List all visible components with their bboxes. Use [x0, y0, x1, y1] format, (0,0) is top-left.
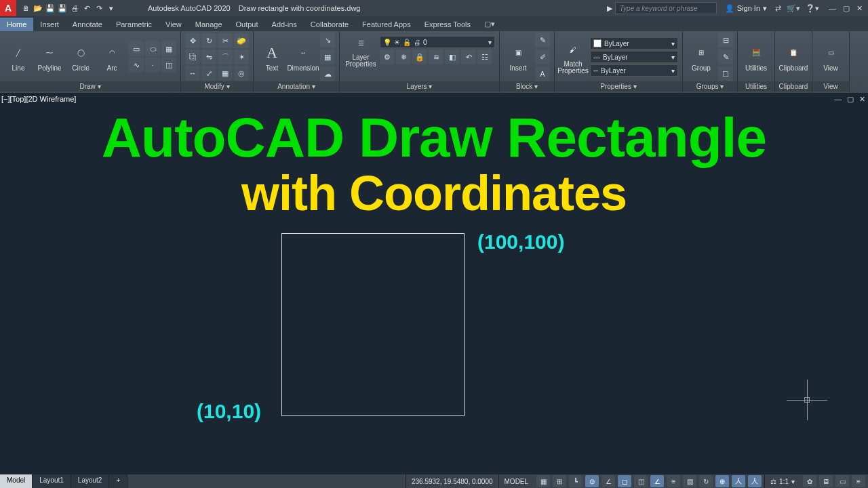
layer-prev-icon[interactable]: ↶	[461, 49, 476, 64]
maximize-icon[interactable]: ▢	[843, 4, 850, 13]
layer-properties-button[interactable]: ☰Layer Properties	[344, 33, 378, 68]
arc-button[interactable]: ◠Arc	[98, 43, 126, 72]
array-icon[interactable]: ▦	[218, 66, 233, 81]
save-icon[interactable]: 💾	[45, 3, 56, 14]
layer-freeze-icon[interactable]: ❄	[396, 49, 411, 64]
viewpanel-button[interactable]: ▭View	[816, 43, 845, 72]
model-space-label[interactable]: MODEL	[498, 474, 534, 488]
panel-utilities-title[interactable]: Utilities	[738, 81, 774, 92]
circle-button[interactable]: ◯Circle	[66, 43, 95, 72]
groupedit-icon[interactable]: ✎	[718, 49, 733, 64]
isoplane-icon[interactable]: ∠	[601, 475, 615, 487]
tab-insert[interactable]: Insert	[33, 18, 66, 31]
sign-in-button[interactable]: 👤 Sign In ▾	[725, 4, 767, 13]
copy-icon[interactable]: ⿻	[185, 49, 200, 64]
tab-add[interactable]: +	[109, 474, 127, 488]
cleanscreen-icon[interactable]: ▭	[835, 475, 849, 487]
otrack-icon[interactable]: ∠	[650, 475, 664, 487]
panel-groups-title[interactable]: Groups ▾	[683, 81, 737, 92]
layer-iso-icon[interactable]: ◧	[445, 49, 460, 64]
vp-maximize-icon[interactable]: ▢	[847, 95, 854, 104]
annotation-scale[interactable]: ⚖1:1▾	[764, 474, 800, 488]
monitor-icon[interactable]: 🖥	[819, 475, 833, 487]
attr-icon[interactable]: A	[535, 66, 550, 81]
vp-close-icon[interactable]: ✕	[859, 95, 865, 104]
app-logo[interactable]: A	[0, 0, 16, 16]
saveas-icon[interactable]: 💾	[57, 3, 68, 14]
rotate-icon[interactable]: ↻	[201, 33, 216, 48]
snap-icon[interactable]: ⊞	[553, 475, 566, 487]
drawing-area[interactable]: [−][Top][2D Wireframe] — ▢ ✕ AutoCAD Dra…	[0, 94, 868, 474]
minimize-icon[interactable]: —	[829, 4, 836, 13]
groupsel-icon[interactable]: ☐	[718, 66, 733, 81]
grid-icon[interactable]: ▦	[536, 475, 550, 487]
match-properties-button[interactable]: 🖌Match Properties	[559, 39, 587, 75]
trim-icon[interactable]: ✂	[218, 33, 233, 48]
viewport-label[interactable]: [−][Top][2D Wireframe]	[1, 95, 76, 103]
insert-button[interactable]: ▣Insert	[504, 43, 532, 72]
tab-layout2[interactable]: Layout2	[71, 474, 110, 488]
erase-icon[interactable]: 🧽	[234, 33, 249, 48]
open-icon[interactable]: 📂	[33, 3, 43, 14]
mirror-icon[interactable]: ⇋	[201, 49, 216, 64]
fillet-icon[interactable]: ⌒	[218, 49, 233, 64]
cycling-icon[interactable]: ↻	[699, 475, 713, 487]
annoscale-icon[interactable]: 人	[748, 475, 762, 487]
tab-model[interactable]: Model	[0, 474, 33, 488]
utilities-button[interactable]: 🧮Utilities	[742, 43, 770, 72]
help-icon[interactable]: ❔▾	[806, 4, 819, 13]
layer-match-icon[interactable]: ≋	[429, 49, 443, 64]
lineweight-select[interactable]: —ByLayer▾	[590, 51, 678, 63]
transparency-icon[interactable]: ▨	[683, 475, 696, 487]
line-button[interactable]: ╱Line	[4, 43, 33, 72]
point-icon[interactable]: ·	[145, 58, 160, 73]
panel-layers-title[interactable]: Layers ▾	[340, 81, 499, 92]
linetype-select[interactable]: ─ByLayer▾	[590, 64, 678, 77]
panel-clipboard-title[interactable]: Clipboard	[775, 81, 812, 92]
close-icon[interactable]: ✕	[856, 4, 863, 13]
spline-icon[interactable]: ∿	[129, 58, 144, 73]
panel-properties-title[interactable]: Properties ▾	[555, 81, 682, 92]
move-icon[interactable]: ✥	[185, 33, 200, 48]
scale-icon[interactable]: ⤢	[201, 66, 216, 81]
tab-layout1[interactable]: Layout1	[33, 474, 71, 488]
panel-annotation-title[interactable]: Annotation ▾	[254, 81, 339, 92]
tab-view[interactable]: View	[159, 18, 189, 31]
text-button[interactable]: AText	[258, 43, 286, 72]
search-input[interactable]: Type a keyword or phrase	[615, 2, 717, 14]
panel-draw-title[interactable]: Draw ▾	[0, 81, 180, 92]
cart-icon[interactable]: 🛒▾	[787, 4, 800, 13]
ortho-icon[interactable]: ┗	[569, 475, 583, 487]
table-icon[interactable]: ▦	[320, 49, 335, 64]
tab-featured[interactable]: Featured Apps	[355, 18, 418, 31]
ungroup-icon[interactable]: ⊟	[718, 33, 733, 47]
workspace-icon[interactable]: ✿	[803, 475, 816, 487]
cloud-icon[interactable]: ☁	[320, 66, 335, 81]
create-block-icon[interactable]: ✎	[535, 33, 550, 47]
dimension-button[interactable]: ↔Dimension	[289, 43, 317, 72]
quickprops-icon[interactable]: 人	[732, 475, 745, 487]
tab-overflow-icon[interactable]: ▢▾	[477, 17, 502, 31]
tab-express[interactable]: Express Tools	[418, 18, 477, 31]
tab-parametric[interactable]: Parametric	[109, 18, 159, 31]
clipboard-button[interactable]: 📋Clipboard	[779, 43, 808, 72]
tab-manage[interactable]: Manage	[189, 18, 229, 31]
region-icon[interactable]: ◫	[161, 58, 176, 73]
3dosnap-icon[interactable]: ◫	[634, 475, 648, 487]
dyninput-icon[interactable]: ⊕	[715, 475, 729, 487]
tab-annotate[interactable]: Annotate	[66, 18, 109, 31]
edit-block-icon[interactable]: ✐	[535, 49, 550, 64]
plot-icon[interactable]: 🖨	[69, 3, 80, 14]
tab-home[interactable]: Home	[0, 18, 33, 31]
ellipse-icon[interactable]: ⬭	[145, 41, 160, 56]
panel-view-title[interactable]: View	[812, 81, 849, 92]
polyline-button[interactable]: ⁓Polyline	[35, 43, 64, 72]
layer-off-icon[interactable]: ⚙	[380, 49, 395, 64]
tab-addins[interactable]: Add-ins	[265, 18, 304, 31]
rectangle-icon[interactable]: ▭	[129, 41, 144, 56]
layer-select[interactable]: 💡 ☀ 🔓 🖨 0 ▾	[380, 36, 495, 48]
customize-icon[interactable]: ≡	[852, 475, 865, 487]
tab-output[interactable]: Output	[229, 18, 265, 31]
leader-icon[interactable]: ↘	[320, 33, 335, 47]
osnap-icon[interactable]: ◻	[618, 475, 631, 487]
